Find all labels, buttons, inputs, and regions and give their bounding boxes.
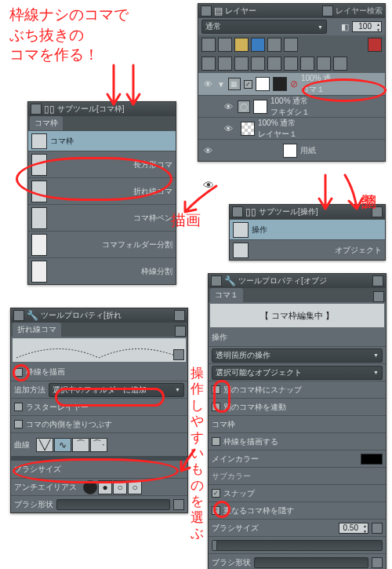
curve-quad-btn[interactable]: ⌒ [72,438,89,452]
tool-row[interactable]: コマ枠ペン [28,204,176,231]
menu-icon[interactable] [31,104,42,115]
editing-banner: 【 コマ枠編集中 】 [210,304,384,327]
layer-row[interactable]: 👁 ◯ 100% 通常 フキダシ１ [198,95,385,117]
layer-check[interactable]: ✓ [244,80,252,89]
tool-row[interactable]: コマフォルダー分割 [28,231,176,257]
main-color-row: メインカラー [209,450,386,467]
layer-row[interactable]: 👁 100% 通常 レイヤー１ [198,117,385,139]
slider[interactable] [212,540,383,551]
curve-cubic-btn[interactable]: ⌒· [90,438,107,452]
layer-thumb [283,144,297,158]
panel-button[interactable] [372,206,383,217]
tool-row[interactable]: 長方形コマ [28,151,176,177]
checkbox[interactable] [212,403,220,411]
toolbar-btn[interactable] [234,38,249,52]
settings-icon[interactable] [372,557,383,568]
tool-label: コマフォルダー分割 [50,239,172,250]
curve-spline-btn[interactable]: ∿ [54,438,71,452]
chevron-down-icon[interactable]: ▼ [217,80,225,89]
aa-none-btn[interactable] [83,480,97,494]
tool-row[interactable]: 折れ線コマ [28,177,176,204]
toolbar-btn[interactable] [267,38,281,52]
draw-frame-row: 枠線を描画 [11,363,187,381]
layers-icon: ▤ [214,5,223,16]
tool-row[interactable]: コマ枠 [28,130,176,151]
toolbar-btn[interactable] [251,57,265,71]
toolbar-btn[interactable] [267,57,281,71]
layer-thumb [241,122,255,136]
annotation-text: 操 作 し や す い も の を 選 ぶ [191,366,204,542]
tool-row[interactable]: 操作 [230,219,385,239]
tab-koma1[interactable]: コマ１ [210,288,243,302]
label: ブラシ形状 [212,557,251,568]
brush-shape-preview[interactable] [56,499,170,510]
checkbox[interactable]: ✓ [212,506,220,515]
opacity-input[interactable]: 100 [352,21,382,32]
add-method-dropdown[interactable]: 選択中のフォルダーに追加 [49,383,184,397]
aa-mid-btn[interactable]: ○ [113,480,127,494]
curve-straight-btn[interactable]: ╲╱ [36,438,53,452]
eye-icon[interactable]: 👁 [201,144,214,157]
toolbar-btn[interactable] [300,57,314,71]
aa-weak-btn[interactable]: ● [98,480,112,494]
new-folder-icon[interactable] [218,57,232,71]
eye-icon[interactable]: 👁 [222,122,234,135]
checkbox[interactable]: ✓ [212,489,220,498]
toolbar-btn[interactable] [218,38,232,52]
tab-koma[interactable]: コマ枠 [30,116,63,130]
panel-titlebar: 🔧 ツールプロパティ[オブジ [209,274,386,288]
lock-icon[interactable] [175,326,186,337]
layer-row[interactable]: 👁 ▼ ▦ ✓ ⊘ 100% 通 コマ１ [198,73,385,95]
brush-shape-preview[interactable] [254,557,368,568]
aa-strong-btn[interactable]: ○ [128,480,142,494]
curve-row: 曲線 ╲╱ ∿ ⌒ ⌒· [11,432,187,456]
op-dd2[interactable]: 選択可能なオブジェクト [212,366,383,380]
new-layer-icon[interactable] [201,57,216,71]
toolbar-btn[interactable] [284,38,298,52]
checkbox[interactable] [212,385,220,394]
eye-icon[interactable]: 👁 [201,78,214,90]
raster-row: ラスターレイヤー [11,398,187,415]
search-tab-label[interactable]: レイヤー検索 [336,5,383,16]
checkbox[interactable] [14,420,23,429]
label: コマの内側を塗りつぶす [26,419,112,430]
tab-polyline[interactable]: 折れ線コマ [13,323,61,337]
layer-row[interactable]: 👁 用紙 [198,139,385,161]
settings-icon[interactable] [173,499,184,510]
panel-button[interactable] [174,310,185,321]
tool-row[interactable]: 枠線分割 [28,257,176,284]
checkbox[interactable] [14,368,23,377]
label: スナップ [223,488,255,499]
tool-icon [31,261,47,283]
blend-mode-dropdown[interactable]: 通常 [201,20,327,34]
menu-icon[interactable] [201,5,212,16]
subtool-koma-panel: ▯▯ サブツール[コマ枠] コマ枠 コマ枠 長方形コマ 折れ線コマ コマ枠ペン … [27,101,176,285]
tab-row: コマ枠 [28,116,176,130]
layer-toolbar [198,35,385,54]
checkbox[interactable] [14,403,23,411]
toolbar-btn[interactable] [234,57,249,71]
brush-size-input[interactable]: 0.50 [339,523,368,534]
delete-icon[interactable] [368,38,382,52]
layer-label: 用紙 [300,145,382,156]
checkbox[interactable] [212,437,220,446]
toolbar-btn[interactable] [317,57,331,71]
panel-button[interactable] [372,275,383,286]
eye-icon[interactable]: 👁 [222,100,234,113]
color-swatch[interactable] [361,454,383,465]
subtool-icon: ▯▯ [44,104,55,115]
toolbar-btn[interactable] [201,38,216,52]
menu-icon[interactable] [211,275,222,286]
search-icon[interactable] [322,5,333,16]
tool-icon [31,181,47,202]
lock-icon[interactable] [373,291,384,302]
zoom-icon[interactable] [173,349,184,360]
toolbar-btn[interactable] [251,38,265,52]
menu-icon[interactable] [232,206,243,217]
toolbar-btn[interactable] [284,57,298,71]
op-dd1[interactable]: 透明箇所の操作 [212,348,383,363]
trash-icon[interactable] [333,57,347,71]
tool-row[interactable]: オブジェクト [230,239,385,260]
link-icon[interactable] [372,523,383,534]
menu-icon[interactable] [13,310,24,321]
